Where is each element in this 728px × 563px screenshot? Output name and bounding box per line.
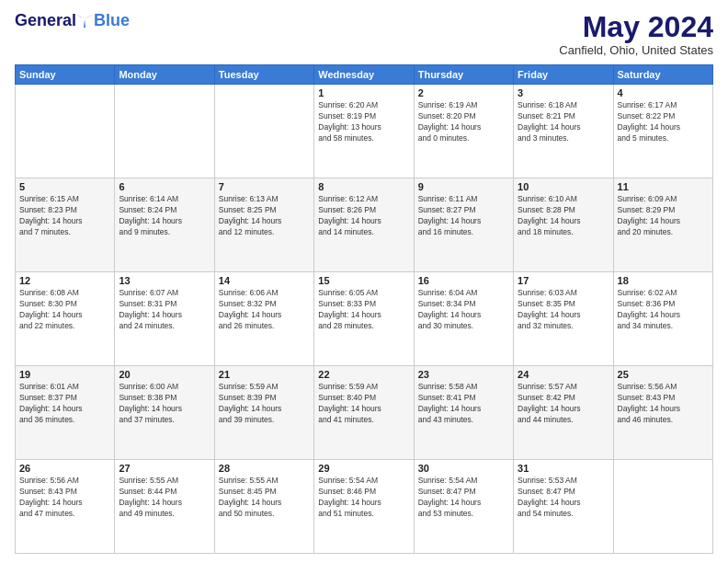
- day-number: 25: [618, 369, 709, 380]
- day-info: Sunrise: 6:14 AMSunset: 8:24 PMDaylight:…: [119, 194, 210, 238]
- day-number: 3: [518, 87, 609, 98]
- page: General Blue May 2024 Canfield, Ohio, Un…: [0, 0, 728, 563]
- calendar-cell: [214, 85, 313, 178]
- calendar-cell: 3Sunrise: 6:18 AMSunset: 8:21 PMDaylight…: [514, 85, 613, 178]
- calendar-cell: [16, 85, 115, 178]
- day-info: Sunrise: 5:56 AMSunset: 8:43 PMDaylight:…: [618, 382, 709, 426]
- calendar-week-1: 1Sunrise: 6:20 AMSunset: 8:19 PMDaylight…: [16, 85, 713, 178]
- day-number: 28: [219, 463, 310, 474]
- calendar-cell: 9Sunrise: 6:11 AMSunset: 8:27 PMDaylight…: [414, 178, 513, 272]
- day-info: Sunrise: 6:02 AMSunset: 8:36 PMDaylight:…: [618, 288, 709, 332]
- logo: General Blue: [15, 11, 130, 30]
- day-info: Sunrise: 6:13 AMSunset: 8:25 PMDaylight:…: [219, 194, 310, 238]
- calendar-cell: 11Sunrise: 6:09 AMSunset: 8:29 PMDayligh…: [613, 178, 712, 272]
- header-friday: Friday: [514, 65, 613, 85]
- header-saturday: Saturday: [613, 65, 712, 85]
- day-number: 10: [518, 181, 609, 192]
- calendar-cell: 14Sunrise: 6:06 AMSunset: 8:32 PMDayligh…: [214, 272, 313, 366]
- logo-blue: Blue: [94, 11, 130, 30]
- day-info: Sunrise: 5:55 AMSunset: 8:45 PMDaylight:…: [219, 476, 310, 520]
- calendar-week-5: 26Sunrise: 5:56 AMSunset: 8:43 PMDayligh…: [16, 460, 713, 554]
- day-info: Sunrise: 6:08 AMSunset: 8:30 PMDaylight:…: [19, 288, 110, 332]
- day-number: 18: [618, 275, 709, 286]
- header: General Blue May 2024 Canfield, Ohio, Un…: [15, 11, 713, 57]
- calendar-cell: [115, 85, 214, 178]
- month-title: May 2024: [559, 11, 713, 43]
- day-number: 15: [318, 275, 409, 286]
- day-info: Sunrise: 6:04 AMSunset: 8:34 PMDaylight:…: [418, 288, 509, 332]
- day-info: Sunrise: 6:10 AMSunset: 8:28 PMDaylight:…: [518, 194, 609, 238]
- day-number: 29: [318, 463, 409, 474]
- day-info: Sunrise: 6:06 AMSunset: 8:32 PMDaylight:…: [219, 288, 310, 332]
- day-number: 21: [219, 369, 310, 380]
- day-info: Sunrise: 5:56 AMSunset: 8:43 PMDaylight:…: [19, 476, 110, 520]
- day-number: 16: [418, 275, 509, 286]
- day-number: 12: [19, 275, 110, 286]
- day-info: Sunrise: 5:55 AMSunset: 8:44 PMDaylight:…: [119, 476, 210, 520]
- day-number: 31: [518, 463, 609, 474]
- day-number: 20: [119, 369, 210, 380]
- day-info: Sunrise: 6:00 AMSunset: 8:38 PMDaylight:…: [119, 382, 210, 426]
- day-info: Sunrise: 6:01 AMSunset: 8:37 PMDaylight:…: [19, 382, 110, 426]
- day-info: Sunrise: 6:09 AMSunset: 8:29 PMDaylight:…: [618, 194, 709, 238]
- day-number: 9: [418, 181, 509, 192]
- calendar-cell: 6Sunrise: 6:14 AMSunset: 8:24 PMDaylight…: [115, 178, 214, 272]
- day-number: 7: [219, 181, 310, 192]
- day-info: Sunrise: 6:17 AMSunset: 8:22 PMDaylight:…: [618, 100, 709, 144]
- title-block: May 2024 Canfield, Ohio, United States: [559, 11, 713, 57]
- calendar-cell: 12Sunrise: 6:08 AMSunset: 8:30 PMDayligh…: [16, 272, 115, 366]
- calendar-cell: 25Sunrise: 5:56 AMSunset: 8:43 PMDayligh…: [613, 366, 712, 460]
- day-number: 22: [318, 369, 409, 380]
- day-number: 11: [618, 181, 709, 192]
- calendar-cell: 15Sunrise: 6:05 AMSunset: 8:33 PMDayligh…: [314, 272, 414, 366]
- header-wednesday: Wednesday: [314, 65, 414, 85]
- calendar-cell: 29Sunrise: 5:54 AMSunset: 8:46 PMDayligh…: [314, 460, 414, 554]
- header-thursday: Thursday: [414, 65, 513, 85]
- day-info: Sunrise: 6:20 AMSunset: 8:19 PMDaylight:…: [318, 100, 409, 144]
- calendar-cell: 30Sunrise: 5:54 AMSunset: 8:47 PMDayligh…: [414, 460, 513, 554]
- calendar-cell: 28Sunrise: 5:55 AMSunset: 8:45 PMDayligh…: [214, 460, 313, 554]
- day-info: Sunrise: 6:05 AMSunset: 8:33 PMDaylight:…: [318, 288, 409, 332]
- day-number: 5: [19, 181, 110, 192]
- day-info: Sunrise: 5:53 AMSunset: 8:47 PMDaylight:…: [518, 476, 609, 520]
- day-number: 19: [19, 369, 110, 380]
- day-number: 17: [518, 275, 609, 286]
- calendar-cell: 19Sunrise: 6:01 AMSunset: 8:37 PMDayligh…: [16, 366, 115, 460]
- calendar-cell: 23Sunrise: 5:58 AMSunset: 8:41 PMDayligh…: [414, 366, 513, 460]
- calendar-cell: 8Sunrise: 6:12 AMSunset: 8:26 PMDaylight…: [314, 178, 414, 272]
- day-number: 23: [418, 369, 509, 380]
- calendar-cell: 31Sunrise: 5:53 AMSunset: 8:47 PMDayligh…: [514, 460, 613, 554]
- day-info: Sunrise: 6:19 AMSunset: 8:20 PMDaylight:…: [418, 100, 509, 144]
- calendar-cell: 1Sunrise: 6:20 AMSunset: 8:19 PMDaylight…: [314, 85, 414, 178]
- calendar-cell: 4Sunrise: 6:17 AMSunset: 8:22 PMDaylight…: [613, 85, 712, 178]
- calendar-cell: 13Sunrise: 6:07 AMSunset: 8:31 PMDayligh…: [115, 272, 214, 366]
- day-info: Sunrise: 6:12 AMSunset: 8:26 PMDaylight:…: [318, 194, 409, 238]
- day-info: Sunrise: 5:59 AMSunset: 8:39 PMDaylight:…: [219, 382, 310, 426]
- calendar-cell: 5Sunrise: 6:15 AMSunset: 8:23 PMDaylight…: [16, 178, 115, 272]
- location: Canfield, Ohio, United States: [559, 43, 713, 57]
- day-number: 6: [119, 181, 210, 192]
- day-number: 13: [119, 275, 210, 286]
- calendar-cell: 18Sunrise: 6:02 AMSunset: 8:36 PMDayligh…: [613, 272, 712, 366]
- day-info: Sunrise: 5:54 AMSunset: 8:46 PMDaylight:…: [318, 476, 409, 520]
- logo-bird-icon: [77, 15, 94, 28]
- day-number: 8: [318, 181, 409, 192]
- calendar-week-4: 19Sunrise: 6:01 AMSunset: 8:37 PMDayligh…: [16, 366, 713, 460]
- calendar-week-3: 12Sunrise: 6:08 AMSunset: 8:30 PMDayligh…: [16, 272, 713, 366]
- calendar-cell: 2Sunrise: 6:19 AMSunset: 8:20 PMDaylight…: [414, 85, 513, 178]
- day-number: 4: [618, 87, 709, 98]
- weekday-header-row: Sunday Monday Tuesday Wednesday Thursday…: [16, 65, 713, 85]
- day-info: Sunrise: 6:18 AMSunset: 8:21 PMDaylight:…: [518, 100, 609, 144]
- day-number: 27: [119, 463, 210, 474]
- day-number: 2: [418, 87, 509, 98]
- calendar-cell: 22Sunrise: 5:59 AMSunset: 8:40 PMDayligh…: [314, 366, 414, 460]
- day-info: Sunrise: 5:57 AMSunset: 8:42 PMDaylight:…: [518, 382, 609, 426]
- day-number: 14: [219, 275, 310, 286]
- day-info: Sunrise: 5:58 AMSunset: 8:41 PMDaylight:…: [418, 382, 509, 426]
- calendar-cell: 16Sunrise: 6:04 AMSunset: 8:34 PMDayligh…: [414, 272, 513, 366]
- logo-text: General Blue: [15, 11, 130, 30]
- day-number: 30: [418, 463, 509, 474]
- header-monday: Monday: [115, 65, 214, 85]
- day-info: Sunrise: 5:54 AMSunset: 8:47 PMDaylight:…: [418, 476, 509, 520]
- day-number: 26: [19, 463, 110, 474]
